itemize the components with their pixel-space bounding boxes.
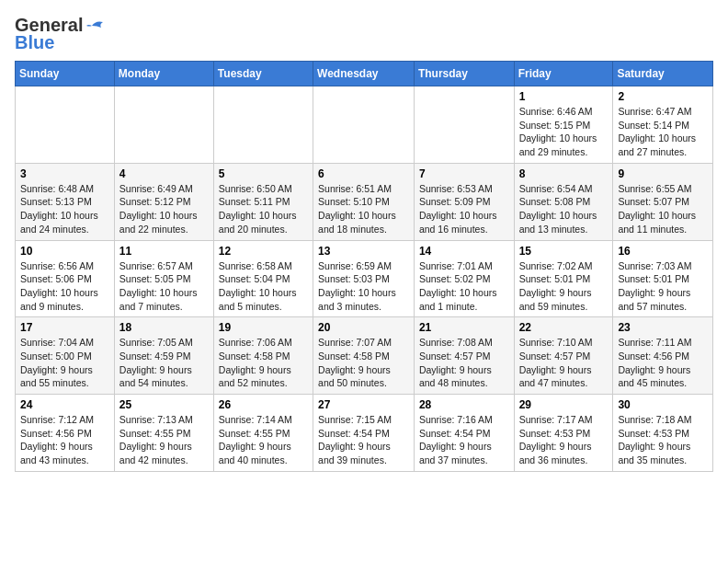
day-number: 4 [119, 167, 209, 180]
calendar-cell [114, 86, 213, 164]
calendar-row-4: 24Sunrise: 7:12 AM Sunset: 4:56 PM Dayli… [16, 395, 713, 472]
day-number: 5 [219, 167, 308, 180]
page-header: General Blue [15, 15, 713, 53]
day-number: 1 [519, 90, 609, 103]
day-number: 22 [519, 321, 609, 334]
day-number: 18 [119, 321, 209, 334]
day-number: 16 [618, 245, 708, 258]
day-number: 2 [618, 90, 708, 103]
calendar-cell: 8Sunrise: 6:54 AM Sunset: 5:08 PM Daylig… [514, 163, 613, 240]
day-info: Sunrise: 7:07 AM Sunset: 4:58 PM Dayligh… [318, 337, 392, 388]
day-number: 7 [419, 167, 509, 180]
calendar-cell: 22Sunrise: 7:10 AM Sunset: 4:57 PM Dayli… [514, 317, 613, 395]
day-number: 3 [20, 167, 109, 180]
calendar-cell: 6Sunrise: 6:51 AM Sunset: 5:10 PM Daylig… [313, 163, 415, 240]
calendar-cell: 16Sunrise: 7:03 AM Sunset: 5:01 PM Dayli… [613, 240, 713, 317]
calendar-cell: 12Sunrise: 6:58 AM Sunset: 5:04 PM Dayli… [213, 240, 313, 317]
calendar-cell: 4Sunrise: 6:49 AM Sunset: 5:12 PM Daylig… [114, 163, 213, 240]
weekday-header-row: SundayMondayTuesdayWednesdayThursdayFrid… [16, 62, 713, 86]
day-number: 21 [419, 321, 509, 334]
calendar-row-2: 10Sunrise: 6:56 AM Sunset: 5:06 PM Dayli… [16, 240, 713, 317]
day-info: Sunrise: 6:47 AM Sunset: 5:14 PM Dayligh… [618, 106, 696, 157]
day-info: Sunrise: 6:51 AM Sunset: 5:10 PM Dayligh… [318, 183, 396, 235]
day-number: 8 [519, 167, 609, 180]
calendar-cell [16, 86, 115, 164]
day-info: Sunrise: 7:10 AM Sunset: 4:57 PM Dayligh… [519, 337, 593, 388]
calendar-cell: 20Sunrise: 7:07 AM Sunset: 4:58 PM Dayli… [313, 317, 415, 395]
day-number: 23 [618, 321, 708, 334]
calendar-cell: 24Sunrise: 7:12 AM Sunset: 4:56 PM Dayli… [16, 395, 115, 472]
calendar-cell: 1Sunrise: 6:46 AM Sunset: 5:15 PM Daylig… [514, 86, 613, 164]
calendar-cell: 11Sunrise: 6:57 AM Sunset: 5:05 PM Dayli… [114, 240, 213, 317]
day-number: 6 [318, 167, 409, 180]
calendar-cell: 5Sunrise: 6:50 AM Sunset: 5:11 PM Daylig… [213, 163, 313, 240]
weekday-header-saturday: Saturday [613, 62, 713, 86]
calendar-cell: 3Sunrise: 6:48 AM Sunset: 5:13 PM Daylig… [16, 163, 115, 240]
day-info: Sunrise: 7:17 AM Sunset: 4:53 PM Dayligh… [519, 414, 593, 465]
day-info: Sunrise: 7:15 AM Sunset: 4:54 PM Dayligh… [318, 414, 392, 465]
calendar-cell [213, 86, 313, 164]
day-info: Sunrise: 6:56 AM Sunset: 5:06 PM Dayligh… [20, 260, 98, 312]
day-number: 29 [519, 398, 609, 411]
day-info: Sunrise: 7:01 AM Sunset: 5:02 PM Dayligh… [419, 260, 497, 312]
weekday-header-sunday: Sunday [16, 62, 115, 86]
day-info: Sunrise: 6:46 AM Sunset: 5:15 PM Dayligh… [519, 106, 597, 157]
calendar-cell [414, 86, 514, 164]
calendar-cell: 30Sunrise: 7:18 AM Sunset: 4:53 PM Dayli… [613, 395, 713, 472]
day-number: 28 [419, 398, 509, 411]
day-info: Sunrise: 7:02 AM Sunset: 5:01 PM Dayligh… [519, 260, 593, 312]
calendar-cell: 27Sunrise: 7:15 AM Sunset: 4:54 PM Dayli… [313, 395, 415, 472]
calendar-cell: 19Sunrise: 7:06 AM Sunset: 4:58 PM Dayli… [213, 317, 313, 395]
weekday-header-monday: Monday [114, 62, 213, 86]
day-info: Sunrise: 7:14 AM Sunset: 4:55 PM Dayligh… [219, 414, 292, 465]
weekday-header-wednesday: Wednesday [313, 62, 415, 86]
day-info: Sunrise: 6:55 AM Sunset: 5:07 PM Dayligh… [618, 183, 696, 235]
day-info: Sunrise: 6:59 AM Sunset: 5:03 PM Dayligh… [318, 260, 396, 312]
logo: General Blue [15, 15, 105, 53]
calendar-row-0: 1Sunrise: 6:46 AM Sunset: 5:15 PM Daylig… [16, 86, 713, 164]
day-number: 24 [20, 398, 109, 411]
day-number: 14 [419, 245, 509, 258]
weekday-header-thursday: Thursday [414, 62, 514, 86]
calendar-cell: 18Sunrise: 7:05 AM Sunset: 4:59 PM Dayli… [114, 317, 213, 395]
day-info: Sunrise: 6:54 AM Sunset: 5:08 PM Dayligh… [519, 183, 597, 235]
day-info: Sunrise: 6:49 AM Sunset: 5:12 PM Dayligh… [119, 183, 198, 235]
day-number: 9 [618, 167, 708, 180]
day-number: 17 [20, 321, 109, 334]
calendar-cell: 15Sunrise: 7:02 AM Sunset: 5:01 PM Dayli… [514, 240, 613, 317]
day-info: Sunrise: 7:06 AM Sunset: 4:58 PM Dayligh… [219, 337, 292, 388]
calendar-cell: 7Sunrise: 6:53 AM Sunset: 5:09 PM Daylig… [414, 163, 514, 240]
calendar-row-3: 17Sunrise: 7:04 AM Sunset: 5:00 PM Dayli… [16, 317, 713, 395]
logo-blue: Blue [15, 32, 54, 53]
calendar-cell: 2Sunrise: 6:47 AM Sunset: 5:14 PM Daylig… [613, 86, 713, 164]
day-number: 27 [318, 398, 409, 411]
day-number: 26 [219, 398, 308, 411]
calendar-cell: 29Sunrise: 7:17 AM Sunset: 4:53 PM Dayli… [514, 395, 613, 472]
day-info: Sunrise: 7:12 AM Sunset: 4:56 PM Dayligh… [20, 414, 94, 465]
day-number: 19 [219, 321, 308, 334]
day-info: Sunrise: 7:03 AM Sunset: 5:01 PM Dayligh… [618, 260, 691, 312]
calendar-cell: 14Sunrise: 7:01 AM Sunset: 5:02 PM Dayli… [414, 240, 514, 317]
day-info: Sunrise: 6:58 AM Sunset: 5:04 PM Dayligh… [219, 260, 297, 312]
calendar-cell: 28Sunrise: 7:16 AM Sunset: 4:54 PM Dayli… [414, 395, 514, 472]
day-info: Sunrise: 7:11 AM Sunset: 4:56 PM Dayligh… [618, 337, 691, 388]
day-info: Sunrise: 6:50 AM Sunset: 5:11 PM Dayligh… [219, 183, 297, 235]
logo-bird-icon [85, 18, 105, 33]
day-info: Sunrise: 7:18 AM Sunset: 4:53 PM Dayligh… [618, 414, 691, 465]
day-number: 12 [219, 245, 308, 258]
day-number: 25 [119, 398, 209, 411]
day-number: 30 [618, 398, 708, 411]
day-info: Sunrise: 7:04 AM Sunset: 5:00 PM Dayligh… [20, 337, 94, 388]
day-info: Sunrise: 7:13 AM Sunset: 4:55 PM Dayligh… [119, 414, 193, 465]
calendar-row-1: 3Sunrise: 6:48 AM Sunset: 5:13 PM Daylig… [16, 163, 713, 240]
calendar-cell: 10Sunrise: 6:56 AM Sunset: 5:06 PM Dayli… [16, 240, 115, 317]
day-info: Sunrise: 7:08 AM Sunset: 4:57 PM Dayligh… [419, 337, 493, 388]
day-info: Sunrise: 7:16 AM Sunset: 4:54 PM Dayligh… [419, 414, 493, 465]
calendar-cell: 26Sunrise: 7:14 AM Sunset: 4:55 PM Dayli… [213, 395, 313, 472]
calendar-table: SundayMondayTuesdayWednesdayThursdayFrid… [15, 61, 713, 472]
calendar-cell: 25Sunrise: 7:13 AM Sunset: 4:55 PM Dayli… [114, 395, 213, 472]
day-number: 10 [20, 245, 109, 258]
weekday-header-friday: Friday [514, 62, 613, 86]
calendar-cell: 17Sunrise: 7:04 AM Sunset: 5:00 PM Dayli… [16, 317, 115, 395]
calendar-cell: 9Sunrise: 6:55 AM Sunset: 5:07 PM Daylig… [613, 163, 713, 240]
